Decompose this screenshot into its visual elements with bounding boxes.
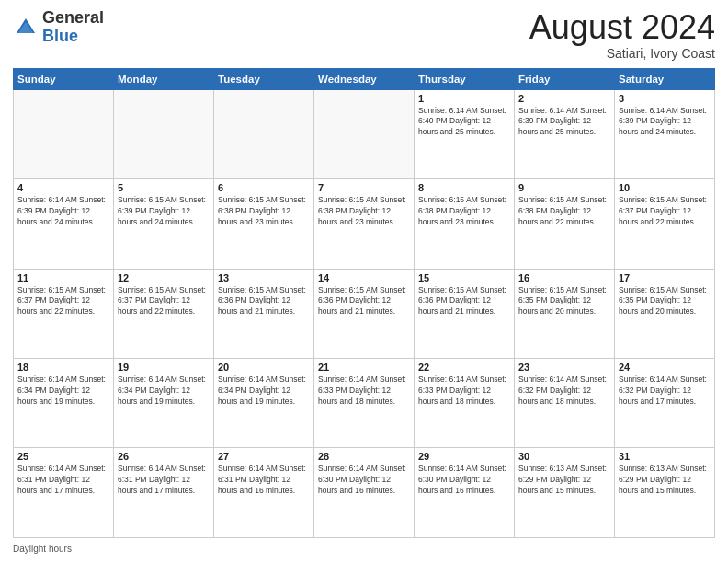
day-info: Sunrise: 6:15 AM Sunset: 6:35 PM Dayligh… — [518, 285, 610, 318]
table-row — [314, 89, 415, 178]
day-info: Sunrise: 6:14 AM Sunset: 6:34 PM Dayligh… — [17, 374, 109, 408]
calendar-week-1: 4Sunrise: 6:14 AM Sunset: 6:39 PM Daylig… — [14, 179, 715, 269]
col-friday: Friday — [515, 68, 615, 89]
col-wednesday: Wednesday — [314, 68, 415, 89]
day-number: 18 — [17, 362, 109, 373]
day-info: Sunrise: 6:14 AM Sunset: 6:39 PM Dayligh… — [518, 106, 610, 139]
logo-blue-text: Blue — [42, 28, 104, 46]
day-number: 13 — [218, 272, 310, 283]
day-info: Sunrise: 6:15 AM Sunset: 6:36 PM Dayligh… — [218, 285, 310, 318]
day-number: 29 — [418, 451, 510, 462]
table-row: 20Sunrise: 6:14 AM Sunset: 6:34 PM Dayli… — [214, 359, 314, 448]
day-number: 24 — [619, 362, 711, 373]
day-info: Sunrise: 6:13 AM Sunset: 6:29 PM Dayligh… — [518, 464, 610, 497]
day-number: 12 — [118, 272, 210, 283]
table-row: 12Sunrise: 6:15 AM Sunset: 6:37 PM Dayli… — [114, 269, 214, 358]
header: General Blue August 2024 Satiari, Ivory … — [13, 9, 715, 61]
table-row: 10Sunrise: 6:15 AM Sunset: 6:37 PM Dayli… — [615, 179, 715, 269]
day-info: Sunrise: 6:14 AM Sunset: 6:33 PM Dayligh… — [418, 374, 510, 408]
table-row: 3Sunrise: 6:14 AM Sunset: 6:39 PM Daylig… — [615, 89, 715, 178]
day-number: 27 — [218, 451, 310, 462]
day-number: 15 — [418, 272, 510, 283]
day-number: 7 — [318, 182, 410, 193]
day-number: 16 — [518, 272, 610, 283]
day-info: Sunrise: 6:14 AM Sunset: 6:30 PM Dayligh… — [318, 464, 410, 497]
table-row: 31Sunrise: 6:13 AM Sunset: 6:29 PM Dayli… — [615, 448, 715, 538]
table-row: 22Sunrise: 6:14 AM Sunset: 6:33 PM Dayli… — [415, 359, 515, 448]
table-row — [214, 89, 314, 178]
table-row: 6Sunrise: 6:15 AM Sunset: 6:38 PM Daylig… — [214, 179, 314, 269]
day-info: Sunrise: 6:15 AM Sunset: 6:39 PM Dayligh… — [118, 195, 210, 228]
table-row: 23Sunrise: 6:14 AM Sunset: 6:32 PM Dayli… — [515, 359, 615, 448]
col-tuesday: Tuesday — [214, 68, 314, 89]
day-info: Sunrise: 6:14 AM Sunset: 6:34 PM Dayligh… — [118, 374, 210, 408]
page: General Blue August 2024 Satiari, Ivory … — [0, 0, 728, 563]
day-info: Sunrise: 6:14 AM Sunset: 6:40 PM Dayligh… — [418, 106, 510, 139]
table-row: 9Sunrise: 6:15 AM Sunset: 6:38 PM Daylig… — [515, 179, 615, 269]
table-row: 1Sunrise: 6:14 AM Sunset: 6:40 PM Daylig… — [415, 89, 515, 178]
title-location: Satiari, Ivory Coast — [529, 46, 715, 61]
logo-icon — [13, 15, 39, 40]
day-info: Sunrise: 6:15 AM Sunset: 6:38 PM Dayligh… — [318, 195, 410, 228]
day-number: 8 — [418, 182, 510, 193]
table-row — [114, 89, 214, 178]
col-monday: Monday — [114, 68, 214, 89]
footer-daylight: Daylight hours — [13, 544, 715, 554]
calendar-week-4: 25Sunrise: 6:14 AM Sunset: 6:31 PM Dayli… — [14, 448, 715, 538]
title-block: August 2024 Satiari, Ivory Coast — [529, 9, 715, 61]
day-number: 23 — [518, 362, 610, 373]
day-number: 28 — [318, 451, 410, 462]
day-number: 25 — [17, 451, 109, 462]
table-row: 19Sunrise: 6:14 AM Sunset: 6:34 PM Dayli… — [114, 359, 214, 448]
table-row: 8Sunrise: 6:15 AM Sunset: 6:38 PM Daylig… — [415, 179, 515, 269]
table-row — [14, 89, 114, 178]
table-row: 25Sunrise: 6:14 AM Sunset: 6:31 PM Dayli… — [14, 448, 114, 538]
day-number: 17 — [619, 272, 711, 283]
day-number: 26 — [118, 451, 210, 462]
day-info: Sunrise: 6:15 AM Sunset: 6:37 PM Dayligh… — [118, 285, 210, 318]
table-row: 4Sunrise: 6:14 AM Sunset: 6:39 PM Daylig… — [14, 179, 114, 269]
table-row: 11Sunrise: 6:15 AM Sunset: 6:37 PM Dayli… — [14, 269, 114, 358]
calendar-week-3: 18Sunrise: 6:14 AM Sunset: 6:34 PM Dayli… — [14, 359, 715, 448]
day-info: Sunrise: 6:15 AM Sunset: 6:38 PM Dayligh… — [218, 195, 310, 228]
day-number: 20 — [218, 362, 310, 373]
table-row: 13Sunrise: 6:15 AM Sunset: 6:36 PM Dayli… — [214, 269, 314, 358]
day-number: 22 — [418, 362, 510, 373]
table-row: 21Sunrise: 6:14 AM Sunset: 6:33 PM Dayli… — [314, 359, 415, 448]
calendar-week-2: 11Sunrise: 6:15 AM Sunset: 6:37 PM Dayli… — [14, 269, 715, 358]
day-number: 9 — [518, 182, 610, 193]
logo: General Blue — [13, 9, 104, 46]
table-row: 28Sunrise: 6:14 AM Sunset: 6:30 PM Dayli… — [314, 448, 415, 538]
day-number: 31 — [619, 451, 711, 462]
day-number: 30 — [518, 451, 610, 462]
day-info: Sunrise: 6:14 AM Sunset: 6:34 PM Dayligh… — [218, 374, 310, 408]
day-number: 2 — [518, 93, 610, 104]
day-number: 21 — [318, 362, 410, 373]
table-row: 18Sunrise: 6:14 AM Sunset: 6:34 PM Dayli… — [14, 359, 114, 448]
day-info: Sunrise: 6:14 AM Sunset: 6:32 PM Dayligh… — [619, 374, 711, 408]
day-number: 10 — [619, 182, 711, 193]
table-row: 16Sunrise: 6:15 AM Sunset: 6:35 PM Dayli… — [515, 269, 615, 358]
day-number: 6 — [218, 182, 310, 193]
day-number: 11 — [17, 272, 109, 283]
table-row: 27Sunrise: 6:14 AM Sunset: 6:31 PM Dayli… — [214, 448, 314, 538]
day-info: Sunrise: 6:14 AM Sunset: 6:32 PM Dayligh… — [518, 374, 610, 408]
calendar-week-0: 1Sunrise: 6:14 AM Sunset: 6:40 PM Daylig… — [14, 89, 715, 178]
table-row: 17Sunrise: 6:15 AM Sunset: 6:35 PM Dayli… — [615, 269, 715, 358]
table-row: 14Sunrise: 6:15 AM Sunset: 6:36 PM Dayli… — [314, 269, 415, 358]
table-row: 2Sunrise: 6:14 AM Sunset: 6:39 PM Daylig… — [515, 89, 615, 178]
logo-general-text: General — [42, 9, 104, 28]
day-info: Sunrise: 6:15 AM Sunset: 6:37 PM Dayligh… — [17, 285, 109, 318]
col-saturday: Saturday — [615, 68, 715, 89]
day-info: Sunrise: 6:15 AM Sunset: 6:38 PM Dayligh… — [418, 195, 510, 228]
table-row: 5Sunrise: 6:15 AM Sunset: 6:39 PM Daylig… — [114, 179, 214, 269]
logo-text: General Blue — [42, 9, 104, 46]
day-info: Sunrise: 6:14 AM Sunset: 6:31 PM Dayligh… — [17, 464, 109, 497]
calendar-header-row: Sunday Monday Tuesday Wednesday Thursday… — [14, 68, 715, 89]
day-info: Sunrise: 6:14 AM Sunset: 6:39 PM Dayligh… — [619, 106, 711, 139]
day-info: Sunrise: 6:14 AM Sunset: 6:31 PM Dayligh… — [118, 464, 210, 497]
day-info: Sunrise: 6:14 AM Sunset: 6:33 PM Dayligh… — [318, 374, 410, 408]
table-row: 15Sunrise: 6:15 AM Sunset: 6:36 PM Dayli… — [415, 269, 515, 358]
day-info: Sunrise: 6:13 AM Sunset: 6:29 PM Dayligh… — [619, 464, 711, 497]
calendar-table: Sunday Monday Tuesday Wednesday Thursday… — [13, 68, 715, 538]
